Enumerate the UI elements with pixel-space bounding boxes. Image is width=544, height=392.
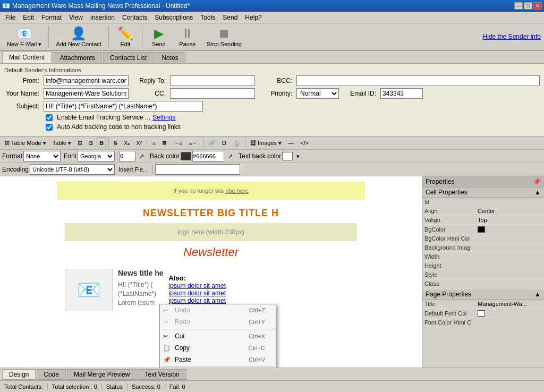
close-button[interactable]: ✕ — [533, 2, 542, 10]
ctx-paste[interactable]: 📌 Paste Ctrl+V — [160, 354, 276, 365]
special-chars-button[interactable]: Ω — [219, 138, 229, 148]
encoding-select[interactable]: Unicode UTF-8 (utf-8) — [30, 164, 115, 175]
font-col-swatch[interactable] — [478, 310, 485, 317]
bottom-tab-text-version[interactable]: Text Version — [138, 369, 186, 380]
prop-bgcolor-html-key: BgColor Html Col — [422, 234, 475, 243]
table-mode-button[interactable]: ⊞ Table Mode ▾ — [2, 138, 49, 148]
editor-container: If you no longer wis ribe here NEWSLETTE… — [0, 176, 544, 368]
priority-select[interactable]: Normal Low High — [296, 88, 339, 99]
back-color-expand[interactable]: ↗ — [225, 151, 235, 161]
also-link-2[interactable]: ipsum dolor sit amet — [169, 289, 226, 297]
outdent-button[interactable]: ≡← — [186, 138, 200, 148]
menu-view[interactable]: View — [66, 13, 86, 22]
menu-help[interactable]: Help? — [242, 13, 265, 22]
ctx-redo[interactable]: ↪ Redo Ctrl+Y — [160, 316, 276, 328]
tracking-checkbox[interactable] — [46, 114, 53, 121]
redo-icon: ↪ — [163, 319, 168, 326]
et-sep-3 — [203, 138, 203, 148]
properties-pin-icon[interactable]: 📌 — [533, 178, 541, 185]
font-size-input[interactable] — [120, 151, 135, 161]
reply-to-input[interactable] — [170, 75, 255, 86]
subscribe-link[interactable]: ribe here — [225, 188, 248, 194]
new-email-button[interactable]: 📧 New E-Mail ▾ — [3, 24, 45, 49]
menu-send[interactable]: Send — [219, 13, 241, 22]
ctx-cut[interactable]: ✂ Cut Ctrl+X — [160, 330, 276, 342]
properties-panel: Properties 📌 Cell Properties ▲ Id — [422, 176, 544, 368]
prop-width-value — [475, 252, 544, 261]
bottom-tab-code[interactable]: Code — [37, 369, 66, 380]
images-button[interactable]: 🖼 Images ▾ — [248, 138, 284, 148]
link-button[interactable]: 🔗 — [206, 138, 218, 148]
anchor-button[interactable]: ⚓ — [230, 138, 243, 148]
table-button[interactable]: Table ▾ — [50, 138, 74, 148]
bottom-tab-mail-merge[interactable]: Mail Merge Preview — [67, 369, 137, 380]
also-link-1[interactable]: ipsum dolor sit amet — [169, 282, 226, 289]
menu-edit[interactable]: Edit — [20, 13, 37, 22]
page-properties-title: Page Properties — [426, 291, 471, 298]
strikethrough-button[interactable]: S̶ — [111, 138, 120, 148]
ctx-copy[interactable]: 📋 Copy Ctrl+C — [160, 342, 276, 354]
indent-button[interactable]: →≡ — [171, 138, 185, 148]
auto-tracking-checkbox[interactable] — [46, 124, 53, 131]
hr-button[interactable]: — — [285, 138, 296, 148]
menu-subscriptions[interactable]: Subscriptions — [151, 13, 196, 22]
bgcolor-swatch[interactable] — [478, 226, 485, 233]
total-contacts: Total Contacts: — [4, 384, 48, 390]
prop-row-class: Class — [422, 279, 544, 288]
ctx-redo-label: Redo — [175, 318, 190, 326]
format-select[interactable]: None — [23, 151, 61, 161]
from-input[interactable] — [44, 75, 129, 86]
ul-button[interactable]: ≣ — [159, 138, 169, 148]
subject-input[interactable] — [44, 101, 203, 112]
stop-button[interactable]: ⏹ Stop Sending — [203, 24, 245, 49]
back-color-input[interactable] — [192, 151, 224, 161]
add-contact-button[interactable]: 👤 Add New Contact — [52, 24, 105, 49]
ctx-undo[interactable]: ↩ Undo Ctrl+Z — [160, 304, 276, 316]
add-contact-icon: 👤 — [71, 26, 87, 41]
bcc-input[interactable] — [296, 75, 540, 86]
also-link-3[interactable]: ipsum dolor sit amet — [169, 297, 226, 304]
send-button[interactable]: ▶ Send — [146, 24, 172, 49]
tab-mail-content[interactable]: Mail Content — [2, 52, 52, 63]
subscript-button[interactable]: X₂ — [121, 138, 132, 148]
menu-file[interactable]: File — [2, 13, 19, 22]
tab-attachments[interactable]: Attachments — [53, 52, 102, 63]
cell-properties-header[interactable]: Cell Properties ▲ — [422, 188, 544, 198]
text-back-color-expand[interactable]: ▾ — [294, 151, 302, 161]
link-url-input[interactable] — [155, 164, 240, 175]
pause-button[interactable]: ⏸ Pause — [174, 24, 201, 49]
new-email-icon: 📧 — [16, 26, 32, 41]
cc-input[interactable] — [170, 88, 255, 99]
cut-icon: ✂ — [163, 333, 168, 340]
email-id-input[interactable] — [380, 88, 423, 99]
edit-button[interactable]: ✏️ Edit — [112, 24, 139, 49]
your-name-input[interactable] — [44, 88, 129, 99]
source-button[interactable]: </> — [298, 138, 311, 148]
insert-field-button[interactable]: Insert Fie... — [116, 164, 150, 175]
tab-notes[interactable]: Notes — [155, 52, 185, 63]
superscript-button[interactable]: X² — [133, 138, 144, 148]
bottom-tab-design[interactable]: Design — [2, 369, 36, 380]
menu-insertion[interactable]: Insertion — [87, 13, 118, 22]
font-select[interactable]: Georgia — [78, 151, 115, 161]
lastname-text: (*LastName*) — [118, 289, 164, 299]
font-size-expand[interactable]: ↗ — [137, 151, 147, 161]
maximize-button[interactable]: □ — [524, 2, 532, 10]
tab-contacts-list[interactable]: Contacts List — [103, 52, 154, 63]
bold-button[interactable]: B — [97, 138, 106, 148]
minimize-button[interactable]: — — [514, 2, 523, 10]
hide-sender-link[interactable]: Hide the Sender info — [483, 33, 541, 40]
properties-title: Properties — [426, 178, 455, 185]
menu-tools[interactable]: Tools — [197, 13, 218, 22]
prop-id-value[interactable] — [475, 198, 544, 207]
menu-contacts[interactable]: Contacts — [119, 13, 150, 22]
titlebar-left: 📧 Management-Ware Mass Mailing News Prof… — [2, 2, 190, 10]
et-btn-copy[interactable]: ⧉ — [86, 138, 96, 148]
page-prop-font-html-value — [475, 318, 544, 327]
tracking-settings-link[interactable]: Settings — [152, 114, 175, 121]
menu-format[interactable]: Format — [38, 13, 65, 22]
ol-button[interactable]: ≡ — [149, 138, 158, 148]
toolbar-toggle-button[interactable]: ⊟ — [75, 138, 85, 148]
prop-valign-key: Valign — [422, 216, 475, 225]
page-properties-header[interactable]: Page Properties ▲ — [422, 289, 544, 300]
